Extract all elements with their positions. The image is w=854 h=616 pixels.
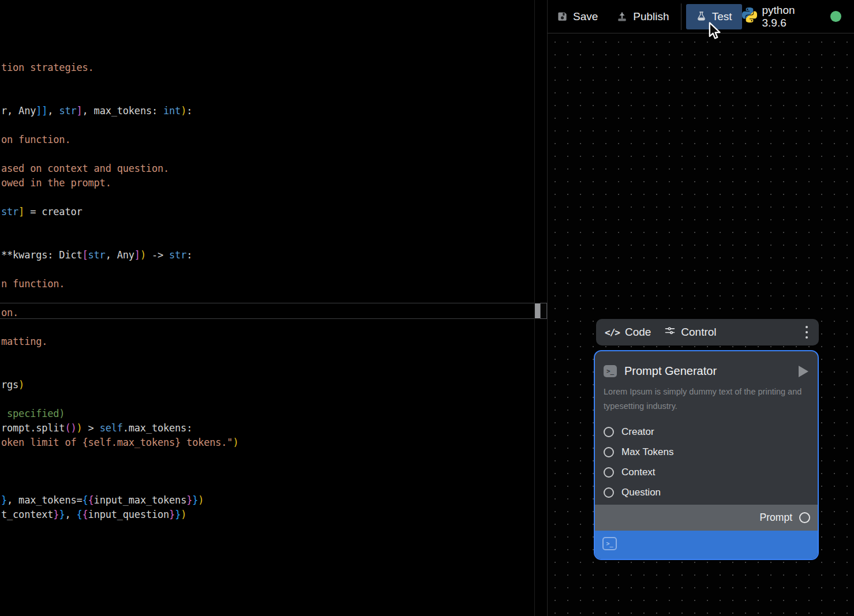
terminal-outline-icon: >_ bbox=[602, 537, 617, 550]
tab-control-label: Control bbox=[681, 326, 716, 339]
more-options-button[interactable] bbox=[803, 324, 810, 340]
code-line: rompt.split()) > self.max_tokens: bbox=[1, 421, 192, 435]
code-line: t_context}}, {{input_question}}) bbox=[1, 508, 186, 522]
tab-control[interactable]: Control bbox=[664, 325, 716, 340]
input-port-circle[interactable] bbox=[604, 447, 614, 457]
tab-code-label: Code bbox=[625, 326, 651, 339]
code-icon: </> bbox=[605, 327, 620, 338]
node-toolbar: </> Code Control bbox=[596, 319, 819, 345]
code-line: **kwargs: Dict[str, Any]) -> str: bbox=[1, 248, 192, 262]
output-port-label: Prompt bbox=[760, 512, 792, 524]
node-body: >_ Prompt Generator Lorem Ipsum is simpl… bbox=[595, 351, 818, 505]
code-line: on function. bbox=[1, 133, 70, 147]
code-line: }, max_tokens={{input_max_tokens}}) bbox=[1, 493, 204, 508]
publish-icon bbox=[616, 11, 628, 22]
right-pane: Save Publish bbox=[547, 0, 854, 616]
code-line: specified) bbox=[1, 407, 65, 421]
code-line: owed in the prompt. bbox=[1, 176, 111, 190]
publish-label: Publish bbox=[633, 10, 669, 23]
toolbar-divider bbox=[681, 3, 681, 30]
node-input-list: CreatorMax TokensContextQuestion bbox=[604, 422, 808, 502]
code-line: oken limit of {self.max_tokens} tokens."… bbox=[1, 435, 238, 450]
save-button[interactable]: Save bbox=[556, 4, 599, 29]
save-icon bbox=[557, 11, 568, 22]
node-input-row: Max Tokens bbox=[604, 442, 808, 462]
flask-icon bbox=[696, 11, 707, 22]
node-input-row: Question bbox=[604, 482, 808, 502]
prompt-generator-node[interactable]: >_ Prompt Generator Lorem Ipsum is simpl… bbox=[594, 350, 819, 560]
node-input-row: Context bbox=[604, 462, 808, 482]
test-label: Test bbox=[712, 10, 732, 23]
code-editor[interactable]: tion strategies.r, Any]], str], max_toke… bbox=[0, 0, 547, 616]
code-line-current: on. bbox=[1, 306, 18, 320]
run-node-button[interactable] bbox=[799, 366, 808, 377]
input-port-circle[interactable] bbox=[604, 467, 614, 478]
toolbar: Save Publish bbox=[548, 0, 854, 33]
terminal-icon: >_ bbox=[604, 365, 617, 377]
runtime-label: python 3.9.6 bbox=[762, 4, 822, 29]
input-port-label: Max Tokens bbox=[621, 446, 673, 458]
test-button[interactable]: Test bbox=[686, 4, 742, 29]
runtime-selector[interactable]: python 3.9.6 bbox=[742, 4, 842, 29]
node-description: Lorem Ipsum is simply dummy text of the … bbox=[604, 385, 807, 414]
input-port-label: Creator bbox=[621, 426, 654, 438]
save-label: Save bbox=[573, 10, 598, 23]
python-logo-icon bbox=[742, 7, 757, 25]
node-input-row: Creator bbox=[604, 422, 808, 442]
node-header: >_ Prompt Generator bbox=[604, 365, 808, 378]
tab-code[interactable]: </> Code bbox=[605, 326, 651, 339]
status-dot bbox=[830, 11, 841, 22]
input-port-label: Question bbox=[621, 487, 661, 498]
code-line: rgs) bbox=[1, 378, 24, 392]
editor-cursor-indicator bbox=[540, 303, 547, 319]
code-line: n function. bbox=[1, 277, 65, 291]
node-canvas[interactable]: </> Code Control >_ bbox=[548, 33, 854, 616]
app-window: tion strategies.r, Any]], str], max_toke… bbox=[0, 0, 854, 616]
input-port-circle[interactable] bbox=[604, 487, 614, 498]
node-footer[interactable]: >_ bbox=[595, 531, 818, 559]
code-line: ased on context and question. bbox=[1, 161, 169, 176]
output-port-circle[interactable] bbox=[799, 512, 810, 523]
node-title: Prompt Generator bbox=[624, 365, 717, 378]
code-line: r, Any]], str], max_tokens: int): bbox=[1, 104, 192, 118]
code-line: str] = creator bbox=[1, 205, 83, 219]
input-port-circle[interactable] bbox=[604, 427, 614, 437]
current-line-highlight bbox=[0, 303, 535, 319]
sliders-icon bbox=[664, 325, 676, 340]
code-line: tion strategies. bbox=[1, 61, 94, 75]
publish-button[interactable]: Publish bbox=[615, 4, 670, 29]
scrollbar-thumb[interactable] bbox=[535, 303, 540, 318]
input-port-label: Context bbox=[621, 467, 656, 478]
code-line: matting. bbox=[1, 335, 47, 349]
node-output-row: Prompt bbox=[595, 505, 818, 531]
